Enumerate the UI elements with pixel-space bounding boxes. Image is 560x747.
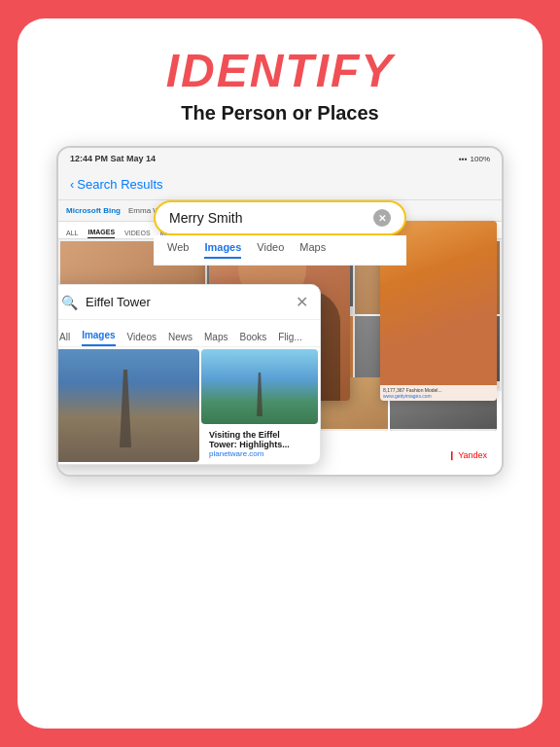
more-label-4 [390, 429, 497, 431]
bing-logo: Microsoft Bing [66, 206, 121, 215]
eiffel-search-bar[interactable]: 🔍 Eiffel Tower ✕ [56, 285, 320, 320]
close-icon[interactable]: ✕ [296, 293, 308, 311]
bing-tab-videos[interactable]: VIDEOS [124, 230, 150, 238]
search-results-label: Search Results [77, 177, 162, 192]
tab-video[interactable]: Video [257, 241, 284, 259]
tablet-mockup: 12:44 PM Sat May 14 ▪▪▪ 100% ‹ Search Re… [56, 146, 504, 477]
eiffel-image-2-wrapper: Visiting the Eiffel Tower: Highlights...… [201, 349, 318, 462]
tablet-time: 12:44 PM Sat May 14 [70, 154, 156, 163]
tablet-nav-bar: ‹ Search Results [58, 169, 502, 200]
app-subtitle: The Person or Places [181, 102, 378, 124]
eiffel-caption-url[interactable]: planetware.com [209, 449, 310, 458]
tab-images[interactable]: Images [204, 241, 241, 259]
eiffel-tabs-bar: All Images Videos News Maps Books Flig..… [56, 320, 320, 347]
eiffel-search-card: 🔍 Eiffel Tower ✕ All Images Videos News … [56, 284, 321, 465]
eiffel-image-1[interactable] [56, 349, 199, 462]
tab-web[interactable]: Web [167, 241, 189, 259]
back-button[interactable]: ‹ Search Results [70, 177, 163, 192]
eiffel-images-row: Visiting the Eiffel Tower: Highlights...… [56, 347, 320, 464]
eiffel-tab-all[interactable]: All [59, 332, 70, 346]
chevron-left-icon: ‹ [70, 177, 74, 192]
search-icon: 🔍 [61, 295, 78, 310]
eiffel-card-caption: Visiting the Eiffel Tower: Highlights...… [201, 426, 318, 462]
eiffel-tab-images[interactable]: Images [82, 330, 115, 346]
search-tabs-bar: Web Images Video Maps [154, 235, 406, 266]
eiffel-tab-news[interactable]: News [168, 332, 192, 346]
tablet-status-bar: 12:44 PM Sat May 14 ▪▪▪ 100% [58, 148, 502, 169]
tablet-battery: ▪▪▪ 100% [459, 155, 490, 163]
yandex-watermark: ❙ Yandex [448, 450, 487, 460]
redhead-caption: 8,177,367 Fashion Model... www.gettyimag… [380, 385, 497, 401]
app-title: IDENTIFY [166, 48, 395, 94]
eiffel-tab-books[interactable]: Books [239, 332, 266, 346]
eiffel-search-text: Eiffel Tower [86, 295, 288, 309]
eiffel-tab-maps[interactable]: Maps [204, 332, 228, 346]
search-query-text: Merry Smith [169, 210, 242, 226]
battery-icon: ▪▪▪ [459, 155, 468, 163]
eiffel-tab-videos[interactable]: Videos [127, 332, 157, 346]
bing-tab-all[interactable]: ALL [66, 230, 78, 238]
eiffel-caption-title: Visiting the Eiffel Tower: Highlights... [209, 430, 310, 449]
clear-search-button[interactable]: ✕ [373, 209, 391, 227]
eiffel-image-2[interactable] [201, 349, 318, 424]
battery-percent: 100% [471, 155, 490, 163]
eiffel-tab-flig[interactable]: Flig... [278, 332, 301, 346]
bing-tab-images[interactable]: IMAGES [88, 229, 115, 238]
tab-maps[interactable]: Maps [299, 241, 326, 259]
tablet-search-box[interactable]: Merry Smith ✕ [154, 200, 406, 235]
app-container: IDENTIFY The Person or Places 12:44 PM S… [18, 18, 542, 729]
